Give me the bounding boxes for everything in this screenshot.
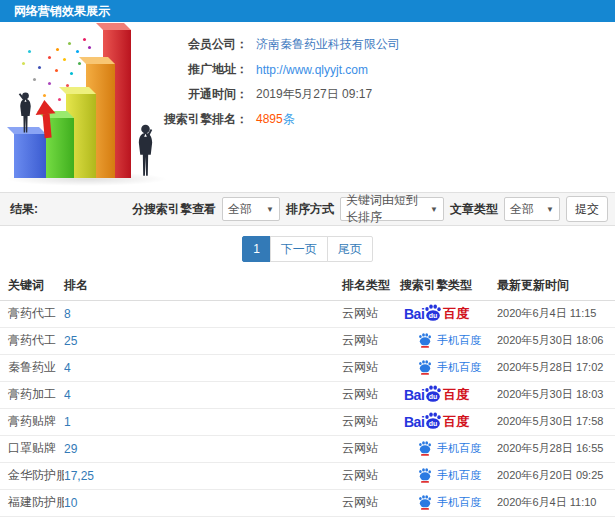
filter-panel: 结果: 分搜索引擎查看 全部▼ 排序方式 关键词由短到长排序▼ 文章类型 全部▼… bbox=[0, 192, 615, 226]
open-time-label: 开通时间： bbox=[150, 86, 248, 103]
rank-link[interactable]: 29 bbox=[64, 442, 77, 456]
engine-cell bbox=[400, 516, 497, 520]
table-row: 膏药代工 8 云网站 Bai du 百度 bbox=[0, 300, 615, 327]
promo-url-link[interactable]: http://www.qlyyjt.com bbox=[256, 63, 368, 77]
rank-link[interactable]: 25 bbox=[64, 334, 77, 348]
mobile-baidu-paw-icon bbox=[418, 333, 432, 348]
engine-cell: Bai du 百度 bbox=[400, 381, 497, 408]
chevron-down-icon: ▼ bbox=[266, 205, 274, 214]
rank-cell: 8 bbox=[64, 300, 342, 327]
rank-link[interactable]: 17,25 bbox=[64, 469, 94, 483]
rank-type-cell: 云网站 bbox=[342, 408, 400, 435]
engine-cell: Bai du 百度 bbox=[400, 300, 497, 327]
mobile-baidu-logo: 手机百度 bbox=[418, 360, 481, 375]
page-title: 网络营销效果展示 bbox=[0, 0, 615, 22]
engine-cell: 手机百度 bbox=[400, 489, 497, 516]
rank-cell: 25 bbox=[64, 327, 342, 354]
sort-filter-label: 排序方式 bbox=[286, 201, 334, 218]
page-1-button[interactable]: 1 bbox=[242, 236, 271, 262]
submit-button[interactable]: 提交 bbox=[566, 196, 608, 222]
rank-link[interactable]: 1 bbox=[64, 415, 71, 429]
open-time-value: 2019年5月27日 09:17 bbox=[256, 86, 372, 103]
rank-cell: 10 bbox=[64, 489, 342, 516]
baidu-paw-icon: du bbox=[424, 385, 442, 402]
businessman-figure-left bbox=[17, 92, 34, 134]
pagination-area: 1 下一页 尾页 bbox=[0, 226, 615, 272]
col-engine-type: 搜索引擎类型 bbox=[400, 272, 497, 300]
col-update-time: 最新更新时间 bbox=[497, 272, 615, 300]
promo-url-label: 推广地址： bbox=[150, 61, 248, 78]
svg-text:du: du bbox=[429, 393, 438, 400]
results-table: 关键词 排名 排名类型 搜索引擎类型 最新更新时间 膏药代工 8 云网站 Bai bbox=[0, 272, 615, 520]
rank-type-cell: 云网站 bbox=[342, 435, 400, 462]
rank-link[interactable]: 4 bbox=[64, 361, 71, 375]
confetti-dots bbox=[8, 36, 11, 39]
rank-type-cell: 云网站 bbox=[342, 354, 400, 381]
chevron-down-icon: ▼ bbox=[546, 205, 554, 214]
mobile-baidu-logo: 手机百度 bbox=[418, 441, 481, 456]
rank-link[interactable]: 10 bbox=[64, 496, 77, 510]
rank-link[interactable]: 8 bbox=[64, 307, 71, 321]
table-row bbox=[0, 516, 615, 520]
table-row: 膏药贴牌 1 云网站 Bai du 百度 bbox=[0, 408, 615, 435]
table-row: 福建防护服 10 云网站 手机百度 2020年6月4日 bbox=[0, 489, 615, 516]
baidu-paw-icon: du bbox=[424, 304, 442, 321]
sort-select[interactable]: 关键词由短到长排序▼ bbox=[340, 197, 444, 221]
baidu-logo: Bai du 百度 bbox=[404, 412, 469, 431]
keyword-cell: 膏药代工 bbox=[0, 327, 64, 354]
last-page-button[interactable]: 尾页 bbox=[327, 236, 373, 262]
table-body: 膏药代工 8 云网站 Bai du 百度 bbox=[0, 300, 615, 520]
mobile-baidu-paw-icon bbox=[418, 360, 432, 375]
article-type-label: 文章类型 bbox=[450, 201, 498, 218]
table-row: 金华防护服 17,25 云网站 手机百度 2020年6 bbox=[0, 462, 615, 489]
rank-cell: 4 bbox=[64, 381, 342, 408]
baidu-logo: Bai du 百度 bbox=[404, 385, 469, 404]
keyword-cell: 膏药代工 bbox=[0, 300, 64, 327]
keyword-cell: 秦鲁药业 bbox=[0, 354, 64, 381]
pagination: 1 下一页 尾页 bbox=[242, 236, 373, 262]
col-keyword: 关键词 bbox=[0, 272, 64, 300]
svg-text:du: du bbox=[429, 420, 438, 427]
engine-cell: 手机百度 bbox=[400, 354, 497, 381]
rank-link[interactable]: 4 bbox=[64, 388, 71, 402]
engine-cell: Bai du 百度 bbox=[400, 408, 497, 435]
mobile-baidu-logo: 手机百度 bbox=[418, 333, 481, 348]
up-arrow-icon bbox=[34, 99, 57, 139]
time-cell: 2020年5月30日 18:06 bbox=[497, 327, 615, 354]
engine-cell: 手机百度 bbox=[400, 462, 497, 489]
info-section: 会员公司： 济南秦鲁药业科技有限公司 推广地址： http://www.qlyy… bbox=[0, 22, 615, 192]
mobile-baidu-paw-icon bbox=[418, 495, 432, 510]
keyword-cell: 福建防护服 bbox=[0, 489, 64, 516]
member-company-link[interactable]: 济南秦鲁药业科技有限公司 bbox=[256, 36, 400, 53]
rank-cell: 4 bbox=[64, 354, 342, 381]
keyword-cell bbox=[0, 516, 64, 520]
table-row: 秦鲁药业 4 云网站 手机百度 2020年5月28日 bbox=[0, 354, 615, 381]
next-page-button[interactable]: 下一页 bbox=[270, 236, 328, 262]
time-cell: 2020年6月20日 09:25 bbox=[497, 462, 615, 489]
member-info: 会员公司： 济南秦鲁药业科技有限公司 推广地址： http://www.qlyy… bbox=[150, 35, 400, 135]
col-rank-type: 排名类型 bbox=[342, 272, 400, 300]
rank-type-cell: 云网站 bbox=[342, 327, 400, 354]
time-cell: 2020年6月4日 11:15 bbox=[497, 300, 615, 327]
keyword-cell: 膏药加工 bbox=[0, 381, 64, 408]
result-label: 结果: bbox=[10, 201, 38, 218]
table-row: 口罩贴牌 29 云网站 手机百度 2020年5月28日 bbox=[0, 435, 615, 462]
time-cell bbox=[497, 516, 615, 520]
rank-cell: 1 bbox=[64, 408, 342, 435]
keyword-cell: 金华防护服 bbox=[0, 462, 64, 489]
rank-type-cell: 云网站 bbox=[342, 300, 400, 327]
col-rank: 排名 bbox=[64, 272, 342, 300]
engine-cell: 手机百度 bbox=[400, 435, 497, 462]
member-company-label: 会员公司： bbox=[150, 36, 248, 53]
mobile-baidu-paw-icon bbox=[418, 441, 432, 456]
rank-count-value: 4895条 bbox=[256, 111, 295, 128]
mobile-baidu-paw-icon bbox=[418, 468, 432, 483]
mobile-baidu-logo: 手机百度 bbox=[418, 468, 481, 483]
businessman-figure-right bbox=[135, 122, 156, 180]
time-cell: 2020年6月4日 11:10 bbox=[497, 489, 615, 516]
clipart-bar-blue bbox=[14, 134, 46, 178]
rank-cell: 29 bbox=[64, 435, 342, 462]
engine-cell: 手机百度 bbox=[400, 327, 497, 354]
article-type-select[interactable]: 全部▼ bbox=[504, 197, 560, 221]
engine-select[interactable]: 全部▼ bbox=[222, 197, 280, 221]
